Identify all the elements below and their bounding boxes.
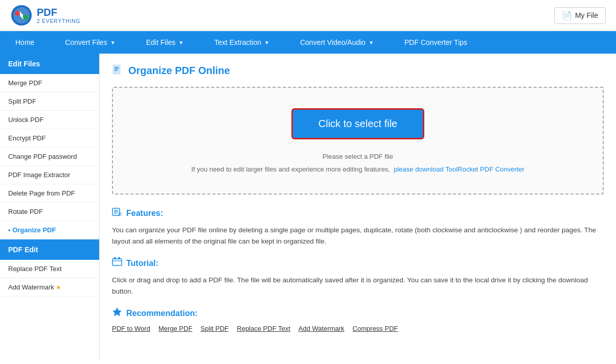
main-content: Organize PDF Online Click to select file… [100, 54, 616, 361]
rec-link-merge-pdf[interactable]: Merge PDF [158, 325, 192, 332]
text-extraction-arrow-icon: ▼ [264, 40, 269, 45]
svg-rect-5 [113, 65, 120, 74]
logo-icon [10, 4, 33, 27]
select-file-hint: Please select a PDF file [123, 153, 592, 160]
upload-note: If you need to edit larger files and exp… [123, 165, 592, 173]
recommendation-links: PDF to Word Merge PDF Split PDF Replace … [112, 325, 604, 332]
sidebar-item-delete-page-from-pdf[interactable]: Delete Page from PDF [0, 184, 99, 203]
features-icon [112, 207, 122, 220]
features-text: You can organize your PDF file online by… [112, 225, 604, 247]
sidebar-item-unlock-pdf[interactable]: Unlock PDF [0, 111, 99, 129]
sidebar: Edit Files Merge PDF Split PDF Unlock PD… [0, 54, 100, 361]
logo-main-text: PDF [37, 7, 80, 18]
sidebar-item-organize-pdf[interactable]: Organize PDF [0, 221, 99, 239]
svg-rect-16 [118, 257, 120, 259]
sidebar-item-change-pdf-password[interactable]: Change PDF password [0, 148, 99, 166]
rec-link-replace-pdf-text[interactable]: Replace PDF Text [237, 325, 290, 332]
svg-marker-18 [113, 308, 121, 316]
svg-rect-15 [114, 257, 116, 259]
svg-point-4 [20, 14, 23, 17]
tutorial-section: Tutorial: Click or drag and drop to add … [112, 257, 604, 297]
header: PDF 2 EVERYTHING 📄 My File [0, 0, 616, 31]
file-icon: 📄 [562, 11, 572, 20]
video-audio-arrow-icon: ▼ [369, 40, 374, 45]
page-title-icon [112, 64, 123, 78]
sidebar-item-add-watermark[interactable]: Add Watermark ★ [0, 278, 99, 297]
sidebar-item-split-pdf[interactable]: Split PDF [0, 92, 99, 111]
nav-pdf-converter-tips[interactable]: PDF Converter Tips [389, 31, 483, 54]
nav-convert-video-audio[interactable]: Convert Video/Audio ▼ [285, 31, 389, 54]
svg-rect-14 [112, 259, 122, 265]
download-toolrocket-link[interactable]: please download ToolRocket PDF Converter [394, 165, 524, 173]
svg-point-3 [23, 15, 28, 20]
nav-text-extraction[interactable]: Text Extraction ▼ [199, 31, 285, 54]
main-nav: Home Convert Files ▼ Edit Files ▼ Text E… [0, 31, 616, 54]
svg-point-2 [15, 11, 20, 16]
sidebar-pdf-edit-header: PDF Edit [0, 239, 99, 260]
page-title-area: Organize PDF Online [112, 64, 604, 78]
my-file-button[interactable]: 📄 My File [554, 7, 606, 24]
page-title: Organize PDF Online [128, 65, 230, 77]
rec-link-split-pdf[interactable]: Split PDF [200, 325, 229, 332]
convert-files-arrow-icon: ▼ [110, 40, 116, 45]
upload-area[interactable]: Click to select file Please select a PDF… [112, 87, 604, 195]
nav-home[interactable]: Home [0, 31, 50, 54]
features-title: Features: [126, 209, 163, 218]
rec-link-compress-pdf[interactable]: Compress PDF [353, 325, 398, 332]
upload-button-container[interactable]: Click to select file [123, 108, 592, 145]
recommendation-icon [112, 307, 122, 320]
sidebar-item-merge-pdf[interactable]: Merge PDF [0, 74, 99, 92]
features-section: Features: You can organize your PDF file… [112, 207, 604, 247]
nav-convert-files[interactable]: Convert Files ▼ [50, 31, 130, 54]
recommendation-title-area: Recommendation: [112, 307, 604, 320]
svg-rect-13 [118, 212, 122, 216]
logo-text-block: PDF 2 EVERYTHING [37, 7, 80, 24]
logo-sub-text: 2 EVERYTHING [37, 18, 80, 24]
tutorial-title-area: Tutorial: [112, 257, 604, 270]
rec-link-add-watermark[interactable]: Add Watermark [299, 325, 345, 332]
logo-area: PDF 2 EVERYTHING [10, 4, 80, 27]
nav-edit-files[interactable]: Edit Files ▼ [131, 31, 199, 54]
tutorial-icon [112, 257, 122, 270]
main-layout: Edit Files Merge PDF Split PDF Unlock PD… [0, 54, 616, 361]
select-file-button[interactable]: Click to select file [291, 108, 425, 139]
sidebar-item-encrypt-pdf[interactable]: Encrypt PDF [0, 129, 99, 148]
tutorial-text: Click or drag and drop to add a PDF file… [112, 275, 604, 297]
recommendation-section: Recommendation: PDF to Word Merge PDF Sp… [112, 307, 604, 332]
edit-files-arrow-icon: ▼ [178, 40, 184, 45]
my-file-label: My File [575, 11, 598, 19]
features-title-area: Features: [112, 207, 604, 220]
sidebar-edit-files-header: Edit Files [0, 54, 99, 74]
tutorial-title: Tutorial: [126, 259, 158, 268]
watermark-new-icon: ★ [56, 284, 61, 291]
recommendation-title: Recommendation: [126, 309, 198, 318]
sidebar-item-replace-pdf-text[interactable]: Replace PDF Text [0, 260, 99, 278]
rec-link-pdf-to-word[interactable]: PDF to Word [112, 325, 150, 332]
sidebar-item-rotate-pdf[interactable]: Rotate PDF [0, 203, 99, 221]
sidebar-item-pdf-image-extractor[interactable]: PDF Image Extractor [0, 166, 99, 184]
